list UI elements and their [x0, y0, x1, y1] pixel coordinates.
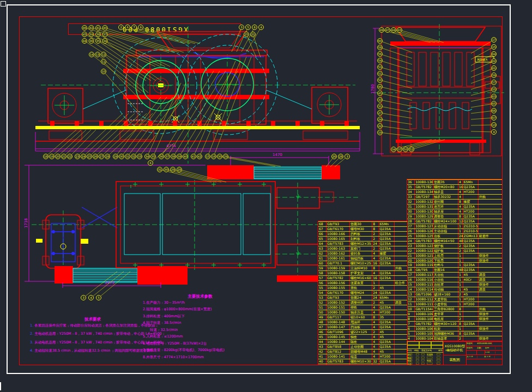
product-name: XGS10080型齿辊破碎机	[444, 341, 466, 355]
role-label	[416, 353, 419, 355]
svg-text:4: 4	[260, 26, 262, 29]
bom-row: 1510080-115齿轮罩 1焊接件	[407, 282, 502, 287]
bom-row: 5010080-150轴承压盖 4HT200	[318, 310, 407, 315]
svg-text:3: 3	[240, 26, 242, 29]
svg-text:34: 34	[392, 148, 395, 151]
svg-text:35: 35	[152, 155, 155, 158]
balloon-column: 171564626159575563656667139	[471, 38, 497, 135]
parameter-line: 3.排料粒度：400mm以下	[143, 315, 257, 318]
bom-row: 4110080-141端盖 4HT200	[318, 354, 407, 359]
bom-row: 5210080-152调整丝杆 245调质	[318, 300, 407, 305]
role-label: 审核	[407, 359, 412, 361]
bom-row: 10GB/T11544三角带B2800 8外购	[407, 306, 502, 311]
svg-text:6: 6	[149, 161, 151, 165]
role-label	[416, 363, 419, 364]
balloon-row: 3029	[217, 154, 281, 167]
bom-row: 54GB/T6170螺母M24 24Q235A	[318, 290, 407, 295]
svg-text:30: 30	[165, 168, 168, 171]
note-line: 3.从动电机选用：Y250M－8，37 kW，740 r/min；胶带传动，中心…	[30, 341, 155, 345]
title-block: 标记处数更改文件号签字日期 设计标准化校核审核批准工艺 XGS10080型齿辊破…	[407, 341, 503, 365]
svg-text:24: 24	[378, 118, 382, 121]
svg-text:34: 34	[103, 39, 106, 43]
svg-text:43: 43	[398, 28, 401, 32]
svg-text:38: 38	[172, 155, 175, 158]
svg-text:15: 15	[206, 155, 209, 158]
svg-text:37: 37	[166, 155, 169, 158]
technical-requirements-title: 技术要求	[30, 317, 155, 322]
dim-plan-depth: 1718	[24, 218, 28, 228]
balloon-row: 44363534	[82, 39, 161, 81]
svg-text:37: 37	[103, 33, 106, 36]
svg-text:24: 24	[82, 155, 85, 158]
svg-text:14: 14	[90, 53, 93, 56]
svg-text:5: 5	[98, 296, 99, 299]
svg-text:3: 3	[346, 155, 348, 158]
sig-label: 签字	[438, 349, 443, 352]
svg-text:45: 45	[83, 33, 86, 36]
svg-text:27: 27	[100, 155, 103, 158]
role-label	[437, 353, 440, 355]
bom-row: 1910080-119给料斗 1Q235A	[407, 262, 502, 267]
svg-text:15: 15	[492, 45, 495, 49]
svg-text:57: 57	[492, 81, 495, 84]
bom-row: 57GB/T5782螺栓M16×60 16Q235A	[318, 275, 407, 280]
svg-text:26: 26	[332, 155, 336, 158]
bom-row: 510080-105地脚螺栓M36 8Q235A	[407, 331, 502, 336]
bom-row: 2710080-127从动齿辊 1ZG310-570	[407, 224, 502, 228]
stage-label: 阶段标记	[467, 342, 473, 345]
svg-text:33: 33	[138, 155, 141, 158]
svg-text:63: 63	[492, 95, 495, 98]
svg-text:65: 65	[492, 102, 495, 105]
role-label: 工艺	[407, 363, 412, 364]
bom-row: 810080-108电机座 2焊接件	[407, 316, 502, 321]
parameter-line: 转速：32.5r/min	[143, 328, 257, 332]
sig-label: 日期	[445, 349, 450, 352]
svg-text:35: 35	[96, 39, 100, 43]
svg-text:53: 53	[378, 65, 382, 69]
bom-row: 5510080-155滑轨 245	[318, 285, 407, 290]
svg-text:44: 44	[392, 28, 395, 32]
svg-text:59: 59	[492, 74, 495, 77]
svg-text:45: 45	[378, 92, 382, 95]
role-label: 校核	[407, 357, 412, 358]
svg-text:34: 34	[146, 155, 149, 158]
bom-row: 35GB/T5782螺栓M20×80 16Q235A	[407, 184, 502, 189]
bom-row: 2510080-125齿板 24ZGMn13耐磨件	[407, 233, 502, 238]
parameter-line: 8.外形尺寸：4774×1710×1700mm	[143, 355, 257, 359]
svg-text:13: 13	[492, 123, 495, 126]
svg-text:19: 19	[50, 155, 53, 158]
svg-text:52: 52	[410, 148, 413, 151]
bom-table-right: 3610080-136垫圈35 465Mn 35GB/T5782螺栓M20×80…	[407, 179, 503, 342]
balloon-row: 2521	[244, 32, 261, 58]
svg-text:47: 47	[386, 28, 389, 32]
bom-row: 3610080-136垫圈35 465Mn	[407, 179, 502, 184]
bom-row: 2910080-129调整垫 8Q235A	[407, 214, 502, 219]
svg-text:21: 21	[251, 33, 255, 36]
svg-text:46: 46	[378, 85, 382, 88]
bom-row: 13GB/T1096键28×160 245	[407, 292, 502, 297]
svg-text:41: 41	[96, 26, 100, 29]
parameter-line: 5.入料粒度：≤1200mm	[143, 335, 257, 339]
bom-row: 5910080-159注油杯M10 8外购	[318, 266, 407, 270]
role-label	[437, 359, 440, 361]
bom-row: 49GB/T117销10×60 835	[318, 315, 407, 319]
svg-text:6: 6	[126, 26, 128, 29]
svg-text:3: 3	[82, 296, 84, 299]
svg-text:31: 31	[378, 105, 382, 108]
svg-text:20: 20	[56, 155, 59, 158]
svg-text:38: 38	[96, 33, 100, 36]
bom-row: 1710080-117大齿轮 145调质	[407, 272, 502, 277]
svg-text:7: 7	[133, 26, 135, 29]
bom-row: 610080-106机架 1焊接件	[407, 326, 502, 331]
bom-row: 3010080-130轴承座 4HT200	[407, 209, 502, 214]
svg-text:44: 44	[83, 39, 86, 43]
balloon: 10	[101, 69, 140, 113]
bom-row: 68GB/T93垫圈30 865Mn	[318, 221, 407, 226]
svg-text:32: 32	[132, 155, 135, 158]
cad-canvas: XGS10080-000	[0, 0, 532, 392]
svg-text:25: 25	[88, 155, 91, 158]
bom-row: 7GB/T5782螺栓M30×120 8Q235A	[407, 321, 502, 326]
svg-text:40: 40	[103, 26, 106, 29]
bom-row: 2010080-120下机壳 1焊接件	[407, 258, 502, 263]
scale-value: 1:10	[485, 351, 495, 353]
